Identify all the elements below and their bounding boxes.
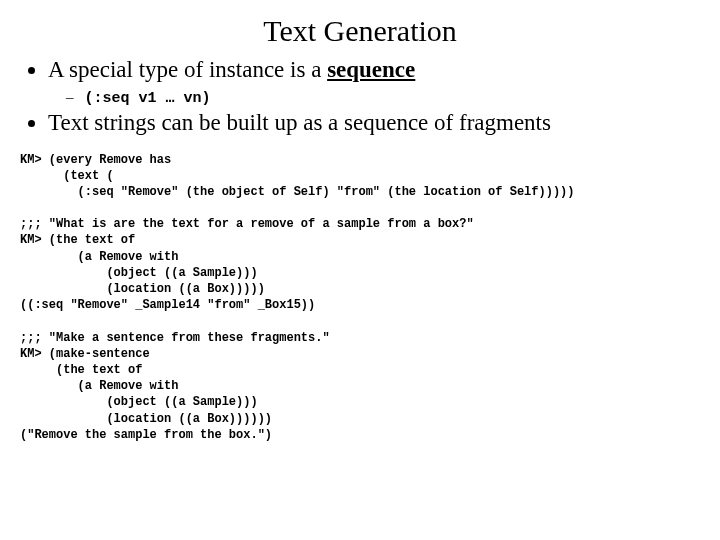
sub-bullet-code: (:seq v1 … vn) <box>85 90 211 107</box>
bullet-item-1: A special type of instance is a sequence <box>48 56 700 85</box>
bullet-list: A special type of instance is a sequence <box>20 56 700 85</box>
sub-bullet: – (:seq v1 … vn) <box>66 89 700 107</box>
code-block: KM> (every Remove has (text ( (:seq "Rem… <box>20 152 700 443</box>
bullet-item-2: Text strings can be built up as a sequen… <box>48 109 700 138</box>
bullet-list-2: Text strings can be built up as a sequen… <box>20 109 700 138</box>
bullet-1-text: A special type of instance is a <box>48 57 327 82</box>
slide-title: Text Generation <box>20 14 700 48</box>
slide: Text Generation A special type of instan… <box>0 0 720 540</box>
dash-icon: – <box>66 89 74 106</box>
sequence-keyword: sequence <box>327 57 415 82</box>
